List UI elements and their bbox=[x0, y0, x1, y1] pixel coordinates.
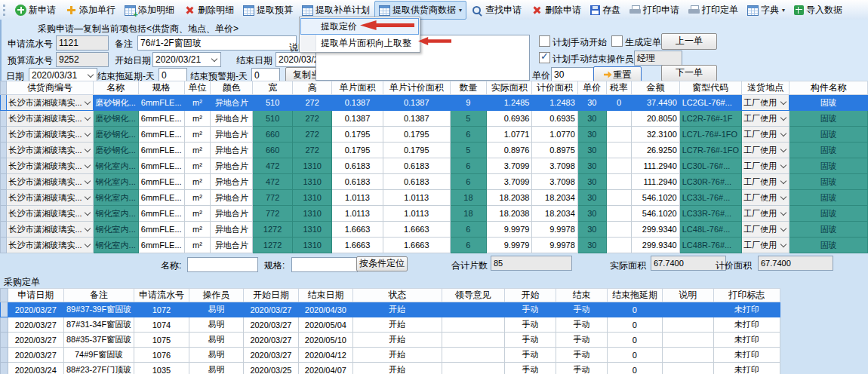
manual-start-checkbox[interactable] bbox=[539, 35, 550, 47]
cell-part-name[interactable]: 固玻 bbox=[790, 238, 868, 253]
cell-spec[interactable]: 6mmFLE... bbox=[138, 206, 184, 222]
cell-piece-area[interactable]: 0.1795 bbox=[332, 143, 383, 158]
cell-start-date[interactable]: 2020/03/27 bbox=[244, 302, 298, 317]
cell-serial-no[interactable]: 1035 bbox=[134, 363, 189, 374]
cell-note[interactable] bbox=[662, 317, 713, 333]
cell-status[interactable]: 开始 bbox=[353, 363, 442, 374]
row-selector[interactable] bbox=[1, 222, 7, 238]
cell-height[interactable]: 1310 bbox=[292, 190, 332, 206]
cell-delivery-place[interactable]: 工厂使用 bbox=[741, 206, 789, 222]
cell-spec[interactable]: 6mmFLE... bbox=[138, 127, 184, 143]
cell-color[interactable]: 异地合片 bbox=[211, 158, 253, 174]
row-selector[interactable] bbox=[1, 95, 7, 111]
table-row[interactable]: 长沙市潇湘玻璃实...钢化室内...6mmFLE...m²异地合片7721310… bbox=[1, 206, 868, 222]
cell-height[interactable]: 1310 bbox=[292, 174, 332, 190]
cell-color[interactable]: 异地合片 bbox=[211, 95, 253, 111]
cell-name[interactable]: 钢化室内... bbox=[93, 206, 138, 222]
row-selector[interactable] bbox=[1, 174, 7, 190]
cell-unit[interactable]: m² bbox=[184, 111, 211, 127]
cell-qty[interactable]: 6 bbox=[450, 127, 486, 143]
cell-width[interactable]: 660 bbox=[253, 143, 293, 158]
cell-unit[interactable]: m² bbox=[184, 190, 211, 206]
cell-supplier-no[interactable]: 长沙市潇湘玻璃实... bbox=[7, 127, 93, 143]
cell-request-date[interactable]: 2020/03/27 bbox=[8, 348, 63, 363]
cell-spec[interactable]: 6mmFLE... bbox=[138, 238, 184, 253]
cell-delivery-place[interactable]: 工厂使用 bbox=[741, 158, 789, 174]
cell-supplier-no[interactable]: 长沙市潇湘玻璃实... bbox=[7, 238, 93, 253]
cell-part-name[interactable]: 固玻 bbox=[790, 222, 868, 238]
cell-status[interactable]: 开始 bbox=[353, 317, 442, 333]
cell-part-name[interactable]: 固玻 bbox=[790, 206, 868, 222]
row-selector[interactable] bbox=[1, 333, 8, 348]
cell-start-date[interactable]: 2020/03/25 bbox=[244, 363, 298, 374]
cell-spec[interactable]: 6mmFLE... bbox=[138, 158, 184, 174]
cell-print-flag[interactable]: 未打印 bbox=[713, 333, 780, 348]
cell-color[interactable]: 异地合片 bbox=[211, 174, 253, 190]
cell-supplier-no[interactable]: 长沙市潇湘玻璃实... bbox=[7, 158, 93, 174]
cell-piece-price-area[interactable]: 0.6183 bbox=[383, 158, 450, 174]
cell-price-area[interactable]: 0.6935 bbox=[532, 111, 577, 127]
table-row[interactable]: 长沙市潇湘玻璃实...磨砂钢化...6mmFLE...m²异地合片5102720… bbox=[1, 95, 868, 111]
cell-actual-area[interactable]: 3.7099 bbox=[486, 174, 531, 190]
cell-window-code[interactable]: LC30L-76#... bbox=[679, 158, 741, 174]
cell-color[interactable]: 异地合片 bbox=[211, 127, 253, 143]
cell-supplier-no[interactable]: 长沙市潇湘玻璃实... bbox=[7, 206, 93, 222]
cell-window-code[interactable]: LC7R-76#-1FO bbox=[679, 143, 741, 158]
toolbar-button-add-detail[interactable]: 添加明细 bbox=[120, 1, 179, 20]
cell-piece-price-area[interactable]: 1.0113 bbox=[383, 206, 450, 222]
cell-unit-price[interactable]: 30 bbox=[577, 174, 606, 190]
row-selector[interactable] bbox=[1, 143, 7, 158]
row-selector[interactable] bbox=[1, 158, 7, 174]
cell-start[interactable]: 手动 bbox=[505, 363, 556, 374]
cell-actual-area[interactable]: 1.2485 bbox=[486, 95, 531, 111]
cell-amount[interactable]: 32.3100 bbox=[632, 127, 680, 143]
cell-request-date[interactable]: 2020/03/27 bbox=[8, 317, 63, 333]
cell-width[interactable]: 1272 bbox=[253, 222, 293, 238]
cell-unit-price[interactable]: 30 bbox=[577, 111, 606, 127]
table-row[interactable]: 长沙市潇湘玻璃实...钢化室内...6mmFLE...m²异地合片1272131… bbox=[1, 222, 868, 238]
table-row[interactable]: 长沙市潇湘玻璃实...钢化室内...6mmFLE...m²异地合片4721310… bbox=[1, 174, 868, 190]
prev-order-button[interactable]: 上一单 bbox=[661, 33, 717, 50]
cell-price-area[interactable]: 9.9978 bbox=[532, 222, 577, 238]
cell-tax-rate[interactable] bbox=[606, 238, 631, 253]
toolbar-button-search-request[interactable]: 查找申请 bbox=[466, 1, 526, 20]
cell-window-code[interactable]: LC30R-76#... bbox=[679, 174, 741, 190]
cell-unit-price[interactable]: 30 bbox=[577, 143, 606, 158]
cell-unit-price[interactable]: 30 bbox=[577, 206, 606, 222]
cell-name[interactable]: 钢化室内... bbox=[93, 238, 138, 253]
manual-end-checkbox[interactable] bbox=[539, 52, 550, 63]
cell-print-flag[interactable]: 未打印 bbox=[713, 302, 780, 317]
cell-delivery-place[interactable]: 工厂使用 bbox=[741, 238, 789, 253]
cell-unit[interactable]: m² bbox=[184, 206, 211, 222]
toolbar-button-dictionary[interactable]: 字典▾ bbox=[743, 1, 790, 20]
cell-tax-rate[interactable] bbox=[606, 158, 631, 174]
cell-request-date[interactable]: 2020/03/24 bbox=[8, 363, 63, 374]
cell-piece-area[interactable]: 0.6183 bbox=[332, 158, 383, 174]
menu-item[interactable]: 提取单片面积向上取整 bbox=[300, 35, 419, 51]
cell-price-area[interactable]: 3.7098 bbox=[532, 174, 577, 190]
cell-tax-rate[interactable] bbox=[606, 206, 631, 222]
request-no-field[interactable]: 1121 bbox=[56, 35, 109, 51]
cell-tax-rate[interactable] bbox=[606, 174, 631, 190]
cell-tax-rate[interactable] bbox=[606, 127, 631, 143]
toolbar-grip[interactable] bbox=[3, 5, 8, 16]
cell-end[interactable]: 手动 bbox=[556, 302, 608, 317]
next-order-button[interactable]: 下一单 bbox=[661, 65, 717, 81]
row-selector[interactable] bbox=[1, 363, 8, 374]
cell-actual-area[interactable]: 9.9979 bbox=[486, 238, 531, 253]
cell-end-date[interactable]: 2020/05/04 bbox=[298, 317, 352, 333]
cell-part-name[interactable]: 固玻 bbox=[790, 111, 868, 127]
cell-delivery-place[interactable]: 工厂使用 bbox=[741, 111, 789, 127]
row-selector[interactable] bbox=[1, 302, 8, 317]
cell-print-flag[interactable]: 未打印 bbox=[713, 363, 780, 374]
cell-part-name[interactable]: 固玻 bbox=[790, 174, 868, 190]
cell-serial-no[interactable]: 1072 bbox=[134, 302, 189, 317]
row-selector[interactable] bbox=[1, 206, 7, 222]
cell-unit[interactable]: m² bbox=[184, 238, 211, 253]
cell-operator[interactable]: 易明 bbox=[189, 363, 243, 374]
cell-qty[interactable]: 6 bbox=[450, 158, 486, 174]
cell-end-delay[interactable]: 0 bbox=[608, 348, 663, 363]
cell-piece-area[interactable]: 1.0113 bbox=[332, 190, 383, 206]
cell-part-name[interactable]: 固玻 bbox=[790, 158, 868, 174]
row-selector[interactable] bbox=[1, 111, 7, 127]
